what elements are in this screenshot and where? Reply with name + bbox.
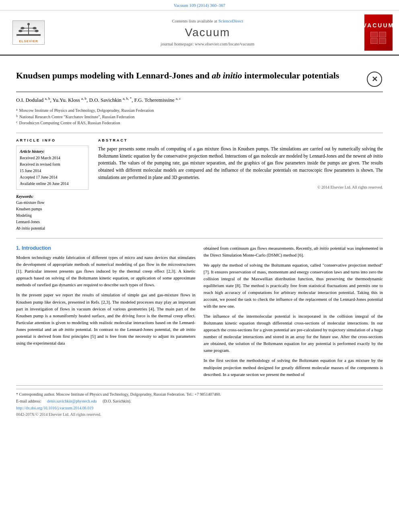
keyword-2: Knudsen pumps	[16, 206, 88, 212]
elsevier-logo-image: ELSEVIER	[12, 21, 45, 45]
article-history-label: Article history:	[20, 148, 85, 155]
abstract-text: The paper presents some results of compu…	[98, 146, 383, 181]
science-direct-label: Contents lists available at ScienceDirec…	[51, 18, 364, 24]
crossmark-icon: ✕	[367, 72, 382, 87]
keyword-4: Lennard-Jones	[16, 219, 88, 225]
cover-grid-decoration	[370, 32, 387, 44]
affiliation-a: a Moscow Institute of Physics and Techno…	[16, 107, 383, 114]
author-email-link[interactable]: denis.savichkin@phystech.edu	[47, 398, 97, 404]
available-date: Available online 26 June 2014	[20, 181, 85, 187]
right-paragraph-1: obtained from continuum gas flows measur…	[204, 245, 383, 259]
article-info-box: Article history: Received 20 March 2014 …	[16, 146, 88, 190]
svg-point-7	[19, 30, 23, 32]
abstract-column: ABSTRACT The paper presents some results…	[98, 138, 383, 232]
copyright-notice: © 2014 Elsevier Ltd. All rights reserved…	[98, 185, 383, 190]
section-divider	[16, 238, 383, 238]
received-date: Received 20 March 2014	[20, 155, 85, 161]
article-info-abstract-section: ARTICLE INFO Article history: Received 2…	[16, 133, 383, 232]
article-title-section: Knudsen pumps modeling with Lennard-Jone…	[16, 64, 383, 92]
footer-divider	[16, 389, 383, 389]
keywords-heading: Keywords:	[16, 194, 88, 199]
right-paragraph-3: The influence of the intermolecular pote…	[204, 313, 383, 354]
science-direct-link[interactable]: ScienceDirect	[218, 18, 243, 23]
svg-point-4	[27, 23, 30, 25]
affiliation-b: b National Research Centre "Kurchatov In…	[16, 114, 383, 120]
accepted-date: Accepted 17 June 2014	[20, 174, 85, 181]
affiliations: a Moscow Institute of Physics and Techno…	[16, 107, 383, 126]
cover-title: VACUUM	[363, 22, 394, 30]
body-right-column: obtained from continuum gas flows measur…	[204, 245, 383, 381]
doi-link[interactable]: http://dx.doi.org/10.1016/j.vacuum.2014.…	[16, 405, 383, 411]
article-title: Knudsen pumps modeling with Lennard-Jone…	[16, 70, 339, 82]
right-paragraph-4: In the first section the methodology of …	[204, 357, 383, 378]
article-info-column: ARTICLE INFO Article history: Received 2…	[16, 138, 88, 232]
email-note: E-mail address: denis.savichkin@phystech…	[16, 398, 383, 404]
top-citation-bar: Vacuum 109 (2014) 360–367	[0, 0, 399, 10]
issn-text: 0042-207X/© 2014 Elsevier Ltd. All right…	[16, 412, 383, 417]
keyword-1: Gas-mixture flow	[16, 199, 88, 206]
svg-point-5	[21, 27, 25, 29]
journal-homepage: journal homepage: www.elsevier.com/locat…	[51, 41, 364, 47]
body-two-col: 1. Introduction Modern technology enable…	[16, 245, 383, 381]
article-info-heading: ARTICLE INFO	[16, 138, 88, 143]
citation-text: Vacuum 109 (2014) 360–367	[174, 3, 226, 8]
crossmark-badge[interactable]: ✕	[367, 72, 383, 88]
article-footer: * Corresponding author. Moscow Institute…	[16, 385, 383, 417]
intro-paragraph-2: In the present paper we report the resul…	[16, 292, 195, 346]
journal-header-middle: Contents lists available at ScienceDirec…	[51, 18, 364, 47]
authors-line: O.I. Dodulad a, b, Yu.Yu. Kloss a, b, D.…	[16, 96, 383, 104]
section-1-title: 1. Introduction	[16, 245, 195, 252]
svg-text:ELSEVIER: ELSEVIER	[19, 39, 38, 43]
svg-rect-0	[16, 34, 41, 36]
abstract-heading: ABSTRACT	[98, 138, 383, 143]
elsevier-logo: ELSEVIER	[6, 21, 51, 45]
svg-point-6	[33, 27, 37, 29]
corresponding-author-note: * Corresponding author. Moscow Institute…	[16, 392, 383, 397]
right-paragraph-2: We apply the method of solving the Boltz…	[204, 262, 383, 310]
keywords-section: Keywords: Gas-mixture flow Knudsen pumps…	[16, 194, 88, 232]
svg-point-8	[35, 30, 39, 32]
revised-date: Received in revised form15 June 2014	[20, 161, 85, 174]
keyword-5: Ab initio potential	[16, 225, 88, 232]
keyword-3: Modeling	[16, 212, 88, 219]
body-left-column: 1. Introduction Modern technology enable…	[16, 245, 195, 381]
affiliation-c: c Dorodnicyn Computing Centre of RAS, Ru…	[16, 120, 383, 126]
journal-name: Vacuum	[51, 25, 364, 40]
intro-paragraph-1: Modern technology enable fabrication of …	[16, 254, 195, 288]
article-content: Knudsen pumps modeling with Lennard-Jone…	[0, 55, 399, 425]
journal-cover: VACUUM	[364, 14, 393, 51]
journal-header: ELSEVIER Contents lists available at Sci…	[0, 10, 399, 55]
